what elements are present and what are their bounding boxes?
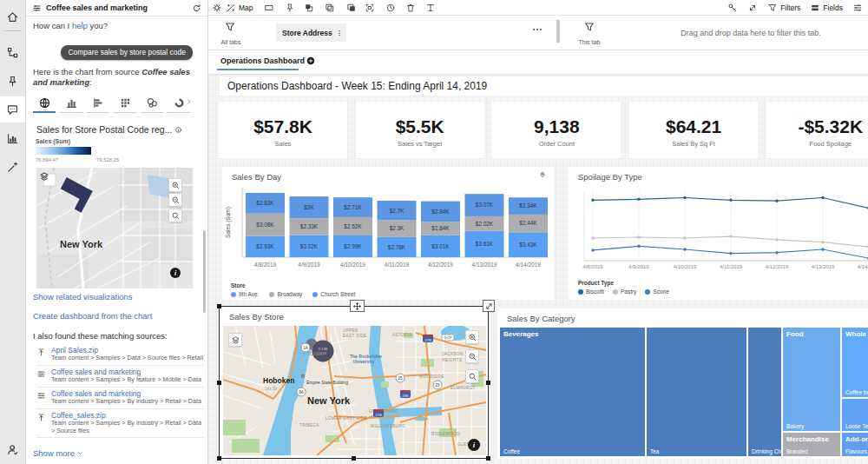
svg-text:9A: 9A (299, 390, 305, 394)
viz-type-column-icon[interactable] (87, 94, 109, 113)
svg-text:$2.34K: $2.34K (519, 202, 537, 209)
viz-type-map-icon[interactable] (33, 94, 56, 113)
treemap-block-coffee-beans[interactable]: Whole Bea...Coffee beans (842, 328, 868, 397)
map-search-button[interactable] (465, 369, 479, 383)
viz-type-bar-icon[interactable] (60, 94, 82, 113)
rail-item-pin[interactable] (0, 68, 25, 94)
help-link[interactable]: help (72, 21, 88, 30)
svg-text:4/13/2019: 4/13/2019 (472, 262, 497, 268)
duplicate-icon[interactable] (345, 2, 358, 14)
treemap-block-tea[interactable]: Tea (647, 328, 746, 456)
create-dashboard-link[interactable]: Create dashboard from the chart (33, 311, 152, 321)
expand-button[interactable] (747, 3, 758, 13)
svg-text:$2.84K: $2.84K (431, 209, 450, 215)
legend-item[interactable]: Church Street (312, 291, 355, 297)
rail-item-assistant-chat[interactable] (0, 96, 25, 123)
legend-item[interactable]: 9th Ave. (231, 291, 259, 297)
resize-widget-handle[interactable] (483, 300, 495, 312)
map-search-plus-button[interactable] (465, 330, 479, 344)
treemap-block-drinking-cho-[interactable]: Drinking Cho... (748, 328, 781, 456)
map-layers-button[interactable] (228, 333, 242, 347)
treemap-block-loose-tea[interactable]: Loose Tea (842, 399, 868, 431)
assistant-map-viz[interactable]: New Yorki (36, 168, 193, 288)
tab-operations-dashboard[interactable]: Operations Dashboard (220, 56, 305, 65)
rail-item-home[interactable] (0, 3, 25, 30)
search-minus-button[interactable] (168, 193, 182, 207)
fields-button[interactable]: Fields (810, 3, 843, 13)
svg-text:$2.02K: $2.02K (476, 221, 494, 227)
kebab-icon[interactable] (335, 29, 344, 37)
spoilage-line-chart[interactable]: 4/8/20194/9/20194/10/20194/11/20194/12/2… (569, 181, 868, 278)
assistant-scrollbar[interactable] (203, 230, 206, 313)
rail-item-profile[interactable] (0, 436, 25, 462)
filter-column-icon[interactable] (424, 2, 437, 14)
sales-by-day-panel[interactable]: Sales By Day $2.93K$3.08K$2.83K4/8/2019$… (222, 167, 554, 300)
kpi-card-sales[interactable]: $57.8KSales (219, 102, 347, 158)
search-plus-button[interactable] (168, 178, 182, 192)
resize-handle-se[interactable] (486, 456, 490, 461)
info-icon[interactable] (174, 126, 182, 134)
search-button[interactable] (168, 209, 182, 222)
rail-item-data-flow[interactable] (0, 39, 25, 65)
viz-type-grid-icon[interactable] (114, 94, 136, 113)
chevron-right-icon[interactable] (185, 97, 194, 106)
tab-underline (217, 69, 299, 70)
legend-item[interactable]: Biscotti (578, 288, 604, 295)
map-visualization-icon[interactable] (225, 2, 237, 14)
suggestion-chip[interactable]: Compare sales by store postal code (61, 45, 193, 60)
treemap: BeveragesCoffeeTeaDrinking Cho...FoodBak… (500, 328, 868, 456)
all-tabs-label: All tabs (214, 39, 248, 45)
svg-text:$3.07K: $3.07K (476, 202, 494, 208)
treemap-block-flavours[interactable]: Add-onFlavours (842, 433, 868, 456)
map-search-minus-button[interactable] (465, 349, 479, 363)
rail-item-explore[interactable] (0, 154, 25, 180)
treemap-block-branded[interactable]: MerchandiseBranded (783, 433, 840, 456)
svg-text:1A: 1A (303, 346, 309, 350)
rectangle-icon[interactable] (263, 2, 275, 14)
history-icon[interactable] (385, 2, 397, 14)
resize-handle-nw[interactable] (217, 304, 221, 308)
sales-by-store-widget[interactable]: Sales By Store 9,13857.8KHobokenNew York… (219, 306, 489, 459)
kpi-card-food-spoilage[interactable]: -$5.32KFood Spoilage (766, 102, 868, 158)
show-more-link[interactable]: Show more (33, 448, 84, 458)
settings-sliders-button[interactable] (852, 3, 863, 13)
move-widget-handle[interactable] (350, 300, 365, 312)
treemap-block-bakery[interactable]: FoodBakery (783, 328, 840, 431)
store-address-filter-chip[interactable]: Store Address (276, 23, 346, 42)
sales-by-store-map[interactable]: 9,13857.8KHobokenNew YorkUPPEREAST SIDEA… (223, 326, 486, 455)
pin-icon[interactable] (284, 2, 296, 14)
treemap-block-coffee[interactable]: BeveragesCoffee (500, 328, 645, 456)
resize-handle-w[interactable] (217, 381, 221, 385)
resize-handle-e[interactable] (486, 381, 490, 385)
add-tab-button[interactable] (306, 56, 316, 66)
copy-icon[interactable] (324, 2, 336, 14)
key-button[interactable] (727, 3, 738, 13)
all-tabs-funnel-icon[interactable] (224, 21, 236, 33)
svg-text:KITCHEN: KITCHEN (303, 352, 323, 356)
fit-to-screen-icon[interactable] (364, 2, 376, 14)
kpi-card-sales-by-sq-ft[interactable]: $64.21Sales By Sq Ft (629, 102, 758, 158)
this-tab-funnel-icon[interactable] (583, 21, 595, 33)
resize-handle-s[interactable] (352, 456, 356, 461)
legend-item[interactable]: Broadway (269, 291, 302, 297)
legend-item[interactable]: Pastry (613, 288, 636, 295)
sales-by-day-chart[interactable]: $2.93K$3.08K$2.83K4/8/2019$3.02K$2.33K$3… (222, 181, 554, 278)
spoilage-by-type-panel[interactable]: Spoilage By Type 4/8/20194/9/20194/10/20… (569, 167, 868, 300)
sales-by-category-panel[interactable]: Sales By Category BeveragesCoffeeTeaDrin… (497, 308, 868, 459)
kpi-card-sales-vs-target[interactable]: $5.5KSales vs Target (356, 102, 484, 158)
group-icon[interactable] (303, 2, 315, 14)
dashboard-title-widget[interactable]: Operations Dashboard - Week 15: Ending A… (220, 76, 868, 96)
viz-type-bubble-icon[interactable] (141, 94, 163, 113)
show-related-link[interactable]: Show related visualizations (33, 292, 133, 302)
resize-handle-sw[interactable] (217, 456, 221, 461)
change-visualization-icon[interactable] (211, 2, 223, 14)
rail-item-bar-chart[interactable] (0, 125, 25, 151)
legend-item[interactable]: Scone (645, 288, 668, 295)
kpi-card-order-count[interactable]: 9,138Order Count (492, 102, 621, 158)
overflow-menu-icon[interactable] (531, 23, 543, 36)
viz-type-label[interactable]: Map (239, 3, 253, 12)
delete-icon[interactable] (404, 2, 417, 14)
history-icon[interactable] (192, 3, 201, 13)
svg-text:ELMHURST: ELMHURST (450, 386, 475, 390)
filters-button[interactable]: Filters (767, 3, 800, 13)
